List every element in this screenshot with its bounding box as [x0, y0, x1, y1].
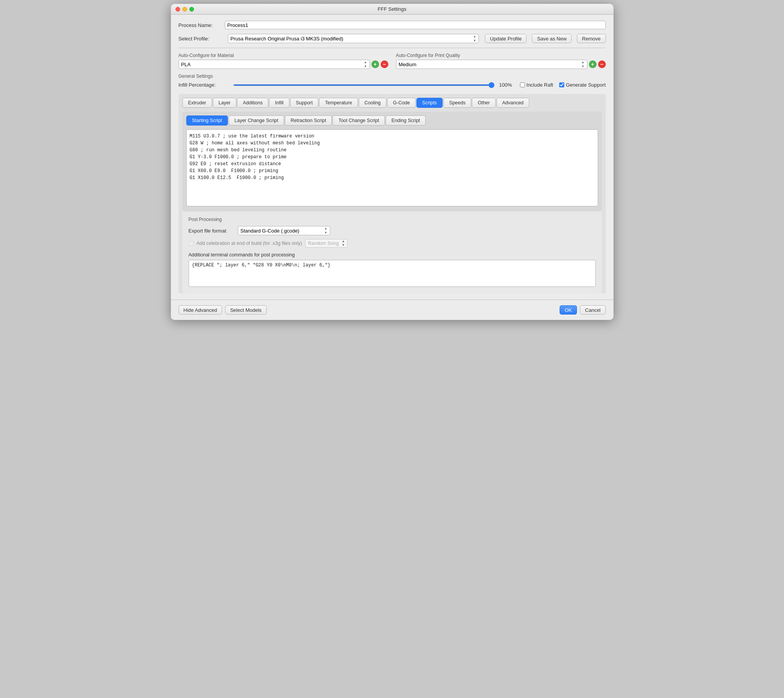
checkbox-group: Include Raft Generate Support	[520, 82, 606, 88]
title-bar: FFF Settings	[171, 4, 613, 15]
subtab-layer-change[interactable]: Layer Change Script	[229, 115, 284, 126]
include-raft-checkbox[interactable]	[520, 82, 525, 87]
tab-other[interactable]: Other	[472, 98, 495, 108]
post-processing: Post Processing Export file format Stand…	[182, 211, 602, 293]
celebration-row: Add celebration at end of build (for .x3…	[189, 239, 596, 248]
auto-configure-row: Auto-Configure for Material PLA ▲▼ + − A…	[179, 53, 606, 69]
quality-remove-button[interactable]: −	[598, 60, 606, 68]
bottom-right-buttons: OK Cancel	[560, 305, 605, 315]
tab-temperature[interactable]: Temperature	[319, 98, 358, 108]
tab-cooling[interactable]: Cooling	[359, 98, 386, 108]
include-raft-label: Include Raft	[527, 82, 553, 88]
window-title: FFF Settings	[378, 6, 406, 12]
infill-row: Infill Percentage: 100% Include Raft Gen…	[179, 82, 606, 88]
subtab-starting-script[interactable]: Starting Script	[186, 115, 228, 126]
celebration-label: Add celebration at end of build (for .x3…	[197, 241, 302, 246]
tab-gcode[interactable]: G-Code	[387, 98, 416, 108]
script-area: Starting Script Layer Change Script Retr…	[182, 112, 602, 211]
cancel-button[interactable]: Cancel	[580, 305, 605, 315]
subtab-ending[interactable]: Ending Script	[386, 115, 426, 126]
main-content: Process Name: Select Profile: Prusa Rese…	[171, 15, 613, 300]
quality-select[interactable]: Medium	[396, 60, 587, 69]
generate-support-checkbox[interactable]	[559, 82, 564, 87]
terminal-label: Additional terminal commands for post pr…	[189, 252, 596, 258]
tabs-container: Extruder Layer Additions Infill Support …	[179, 94, 606, 293]
traffic-lights	[176, 7, 194, 12]
material-select[interactable]: PLA	[179, 60, 370, 69]
select-profile-row: Select Profile: Prusa Research Original …	[179, 34, 606, 43]
divider-1	[179, 48, 606, 48]
tab-extruder[interactable]: Extruder	[182, 98, 212, 108]
generate-support-item: Generate Support	[559, 82, 605, 88]
remove-button[interactable]: Remove	[577, 34, 605, 43]
infill-percentage: 100%	[499, 82, 515, 88]
hide-advanced-button[interactable]: Hide Advanced	[179, 305, 222, 315]
select-models-button[interactable]: Select Models	[225, 305, 267, 315]
main-tabs: Extruder Layer Additions Infill Support …	[182, 98, 602, 108]
tab-advanced[interactable]: Advanced	[496, 98, 530, 108]
export-label: Export file format	[189, 228, 235, 234]
quality-add-button[interactable]: +	[589, 60, 597, 68]
script-editor[interactable]	[186, 129, 598, 206]
material-remove-button[interactable]: −	[381, 60, 388, 68]
tab-speeds[interactable]: Speeds	[443, 98, 471, 108]
fff-settings-window: FFF Settings Process Name: Select Profil…	[171, 4, 613, 320]
maximize-button[interactable]	[189, 7, 194, 12]
generate-support-label: Generate Support	[566, 82, 605, 88]
tab-layer[interactable]: Layer	[213, 98, 236, 108]
terminal-editor[interactable]	[189, 260, 596, 287]
tab-additions[interactable]: Additions	[237, 98, 268, 108]
profile-select[interactable]: Prusa Research Original Prusa i3 MK3S (m…	[228, 34, 479, 43]
process-name-input[interactable]	[225, 21, 606, 29]
quality-label: Auto-Configure for Print Quality	[396, 53, 606, 58]
minimize-button[interactable]	[182, 7, 187, 12]
material-label: Auto-Configure for Material	[179, 53, 388, 58]
song-select: Random Song	[305, 239, 348, 248]
export-row: Export file format Standard G-Code (.gco…	[189, 226, 596, 235]
close-button[interactable]	[176, 7, 180, 12]
sub-tabs: Starting Script Layer Change Script Retr…	[186, 115, 598, 126]
infill-label: Infill Percentage:	[179, 82, 229, 88]
general-settings-label: General Settings	[179, 74, 606, 79]
celebration-checkbox	[189, 241, 194, 246]
include-raft-item: Include Raft	[520, 82, 553, 88]
post-proc-title: Post Processing	[189, 217, 596, 222]
subtab-tool-change[interactable]: Tool Change Script	[333, 115, 385, 126]
quality-select-group: Medium ▲▼ + −	[396, 60, 606, 69]
process-name-row: Process Name:	[179, 21, 606, 29]
tab-infill[interactable]: Infill	[269, 98, 289, 108]
save-as-new-button[interactable]: Save as New	[532, 34, 572, 43]
bottom-left-buttons: Hide Advanced Select Models	[179, 305, 267, 315]
tab-scripts[interactable]: Scripts	[416, 98, 443, 108]
ok-button[interactable]: OK	[560, 305, 577, 315]
update-profile-button[interactable]: Update Profile	[485, 34, 527, 43]
export-format-select[interactable]: Standard G-Code (.gcode)	[238, 226, 330, 235]
material-add-button[interactable]: +	[371, 60, 379, 68]
bottom-bar: Hide Advanced Select Models OK Cancel	[171, 300, 613, 320]
process-name-label: Process Name:	[179, 22, 225, 28]
quality-group: Auto-Configure for Print Quality Medium …	[396, 53, 606, 69]
material-select-group: PLA ▲▼ + −	[179, 60, 388, 69]
material-group: Auto-Configure for Material PLA ▲▼ + −	[179, 53, 388, 69]
subtab-retraction[interactable]: Retraction Script	[285, 115, 332, 126]
tab-support[interactable]: Support	[290, 98, 319, 108]
infill-slider[interactable]	[233, 84, 495, 86]
select-profile-label: Select Profile:	[179, 36, 225, 42]
